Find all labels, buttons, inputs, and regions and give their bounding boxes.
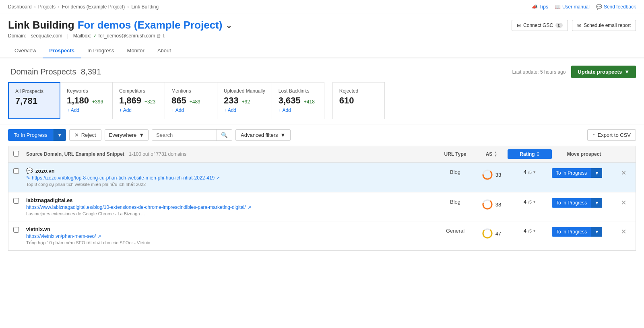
row-2-close-icon[interactable]: ✕ [616, 197, 631, 206]
tab-in-progress[interactable]: In Progress [81, 43, 120, 58]
project-dropdown-icon[interactable]: ⌄ [225, 21, 232, 30]
card-lost-backlinks[interactable]: Lost Backlinks 3,635 +418 + Add [272, 82, 324, 119]
row-1-snippet: Top 8 công cụ phân tích website miễn phí… [26, 182, 435, 187]
breadcrumb-projects[interactable]: Projects [38, 4, 56, 10]
schedule-email-button[interactable]: ✉ Schedule email report [572, 20, 636, 31]
table-row: vietnix.vn https://vietnix.vn/phan-mem-s… [8, 221, 636, 251]
row-2-move-dropdown-button[interactable]: ▼ [591, 198, 602, 208]
row-3-rating: 4 [524, 228, 526, 234]
tab-monitor[interactable]: Monitor [121, 43, 151, 58]
tips-link[interactable]: 📣 Tips [532, 4, 548, 10]
row-3-domain-name: vietnix.vn [26, 226, 50, 232]
mentions-add-link[interactable]: + Add [171, 107, 211, 113]
external-link-icon-3[interactable]: ↗ [97, 234, 101, 239]
breadcrumb: Dashboard › Projects › For demos (Exampl… [8, 4, 159, 10]
search-input[interactable] [152, 130, 217, 140]
section-title-wrap: Domain Prospects 8,391 [8, 67, 101, 76]
send-feedback-link[interactable]: 💬 Send feedback [596, 4, 636, 10]
connect-gsc-button[interactable]: ⊟ Connect GSC 0 [512, 20, 568, 31]
export-icon: ↑ [592, 132, 595, 138]
select-all-checkbox[interactable] [13, 151, 19, 157]
row-2-rating: 4 [524, 199, 526, 205]
row-2-as-value: 38 [495, 202, 501, 208]
everywhere-filter-dropdown[interactable]: Everywhere ▼ [105, 129, 149, 141]
header-meta: Domain: seoquake.com | Mailbox: ✓ for_de… [8, 33, 636, 39]
row-1-as-value: 33 [495, 172, 501, 178]
tab-overview[interactable]: Overview [8, 43, 43, 58]
top-nav-actions: 📣 Tips 📖 User manual 💬 Send feedback [532, 4, 636, 10]
row-3-as-value: 47 [495, 231, 501, 237]
row-3-close-icon[interactable]: ✕ [616, 226, 631, 235]
row-3-rating-dropdown[interactable]: ▾ [533, 228, 536, 233]
row-3-move-dropdown-button[interactable]: ▼ [591, 227, 602, 237]
row-1-urltype: Blog [435, 167, 475, 175]
card-competitors[interactable]: Competitors 1,869 +323 + Add [113, 82, 165, 119]
external-link-icon-2[interactable]: ↗ [248, 205, 251, 210]
rating-sort-icon[interactable]: ▲▼ [537, 151, 540, 157]
reject-button[interactable]: ✕ Reject [69, 129, 101, 141]
export-csv-button[interactable]: ↑ Export to CSV [587, 129, 636, 141]
card-uploaded[interactable]: Uploaded Manually 233 +92 + Add [217, 82, 272, 119]
page-title: Link Building For demos (Example Project… [8, 19, 232, 31]
row-2-move-main-button[interactable]: To In Progress [552, 198, 591, 208]
table-row: labiznagadigital.es https://www.labiznag… [8, 192, 636, 221]
as-sort-icon[interactable]: ▲▼ [494, 151, 497, 157]
keywords-add-link[interactable]: + Add [67, 107, 106, 113]
card-keywords[interactable]: Keywords 1,180 +396 + Add [60, 82, 113, 119]
mailbox-checkmark: ✓ [93, 33, 97, 39]
row-1-close-icon[interactable]: ✕ [616, 167, 631, 177]
card-all-prospects[interactable]: All Prospects 7,781 [8, 82, 60, 119]
prospect-cards: All Prospects 7,781 Keywords 1,180 +396 … [0, 82, 644, 124]
row-1-move-dropdown-button[interactable]: ▼ [591, 168, 602, 178]
domain-chat-icon: 💬 [26, 167, 33, 174]
mailbox-label: Mailbox: [73, 33, 91, 39]
search-button[interactable]: 🔍 [217, 130, 232, 140]
mailbox-info: Mailbox: ✓ for_demos@semrush.com 🗑 ℹ [73, 33, 165, 39]
competitors-add-link[interactable]: + Add [119, 107, 158, 113]
advanced-filters-button[interactable]: Advanced filters ▼ [235, 129, 291, 141]
row-1-checkbox[interactable] [13, 168, 19, 174]
prospects-table: Source Domain, URL Example and Snippet 1… [0, 146, 644, 251]
row-3-checkbox[interactable] [13, 227, 19, 233]
section-header-right: Last update: 5 hours ago Update prospect… [512, 66, 636, 78]
update-dropdown-icon: ▼ [624, 69, 630, 75]
domain-label: Domain: [8, 33, 26, 39]
section-title: Domain Prospects 8,391 [8, 67, 101, 76]
tab-about[interactable]: About [151, 43, 178, 58]
card-mentions[interactable]: Mentions 865 +489 + Add [165, 82, 217, 119]
uploaded-add-link[interactable]: + Add [224, 107, 265, 113]
external-link-icon[interactable]: ↗ [216, 175, 220, 181]
row-1-move-button-group: To In Progress ▼ [552, 168, 616, 178]
to-in-progress-dropdown-button[interactable]: ▼ [53, 129, 66, 141]
info-icon: ℹ [163, 33, 165, 39]
row-1-url[interactable]: https://zozo.vn/blog/top-8-cong-cu-phan-… [32, 175, 215, 181]
tabs-bar: Overview Prospects In Progress Monitor A… [0, 43, 644, 58]
update-prospects-button[interactable]: Update prospects ▼ [571, 66, 636, 78]
to-in-progress-main-button[interactable]: To In Progress [8, 129, 53, 141]
pencil-icon: ✎ [26, 175, 30, 181]
row-1-rating-dropdown[interactable]: ▾ [533, 169, 536, 175]
feedback-icon: 💬 [596, 4, 602, 10]
row-2-as-circle [482, 199, 493, 210]
row-2-move-button-group: To In Progress ▼ [552, 198, 616, 208]
row-3-rating-max: /5 [528, 229, 532, 233]
row-3-move-main-button[interactable]: To In Progress [552, 227, 591, 237]
page-header: Link Building For demos (Example Project… [0, 14, 644, 42]
row-3-url[interactable]: https://vietnix.vn/phan-mem-seo/ [26, 233, 96, 239]
row-1-move-main-button[interactable]: To In Progress [552, 168, 591, 178]
breadcrumb-dashboard[interactable]: Dashboard [8, 4, 32, 10]
row-2-snippet: Las mejores extensiones de Google Chrome… [26, 211, 435, 216]
reject-x-icon: ✕ [74, 132, 79, 138]
row-2-url[interactable]: https://www.labiznagadigital.es/blog/10-… [26, 204, 246, 210]
row-3-move-button-group: To In Progress ▼ [552, 227, 616, 237]
user-manual-link[interactable]: 📖 User manual [555, 4, 590, 10]
adv-filters-icon: ▼ [281, 132, 286, 138]
lost-add-link[interactable]: + Add [279, 107, 318, 113]
row-2-rating-dropdown[interactable]: ▾ [533, 199, 536, 204]
card-rejected[interactable]: Rejected 610 [332, 82, 385, 119]
delete-mailbox-icon[interactable]: 🗑 [157, 33, 161, 39]
tab-prospects[interactable]: Prospects [43, 43, 81, 58]
breadcrumb-project[interactable]: For demos (Example Project) [62, 4, 125, 10]
row-2-checkbox[interactable] [13, 198, 19, 204]
row-3-urltype: General [435, 226, 475, 234]
